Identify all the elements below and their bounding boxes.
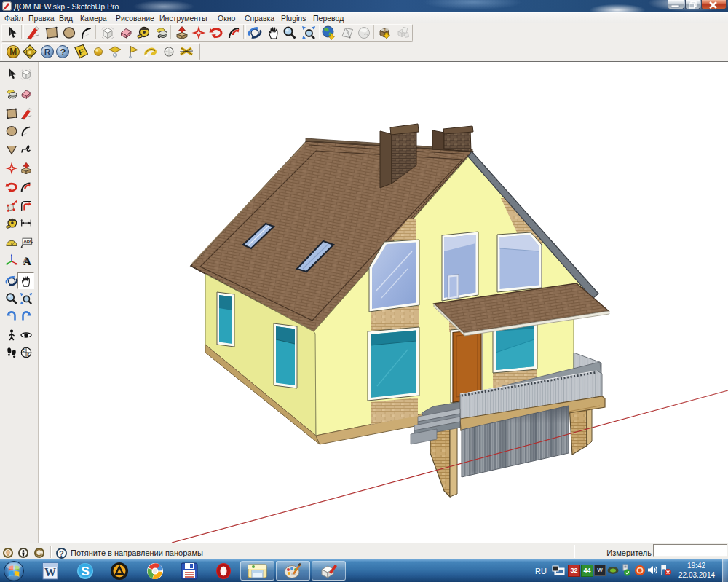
svg-text:W: W bbox=[44, 566, 56, 578]
svg-text:?: ? bbox=[59, 549, 64, 558]
svg-text:S: S bbox=[82, 565, 90, 578]
